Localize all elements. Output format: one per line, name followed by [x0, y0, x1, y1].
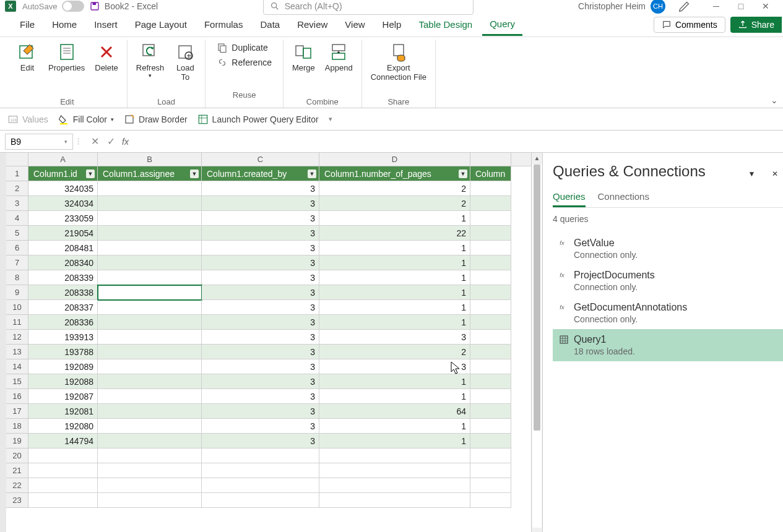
table-col-header[interactable]: Column [470, 166, 511, 181]
table-header-row[interactable]: 1Column1.id▼Column1.assignee▼Column1.cre… [6, 166, 531, 181]
tab-formulas[interactable]: Formulas [197, 14, 251, 35]
row-header[interactable]: 23 [6, 493, 28, 508]
vertical-scrollbar[interactable]: ▲ ▼ [531, 153, 542, 532]
cell[interactable]: 3 [202, 434, 319, 448]
cell[interactable] [28, 448, 98, 463]
row-header[interactable]: 22 [6, 478, 28, 493]
filter-icon[interactable]: ▼ [190, 169, 199, 178]
table-row[interactable]: 620848131 [6, 241, 531, 255]
cell[interactable] [98, 330, 202, 345]
cell[interactable]: 3 [202, 255, 319, 270]
spreadsheet-grid[interactable]: A B C D 1Column1.id▼Column1.assignee▼Col… [6, 153, 531, 532]
tab-pagelayout[interactable]: Page Layout [128, 14, 194, 35]
row-header[interactable]: 14 [6, 359, 28, 374]
cell[interactable]: 208340 [28, 255, 98, 270]
refresh-button[interactable]: Refresh ▾ [132, 40, 168, 81]
cell[interactable]: 208337 [28, 300, 98, 315]
cell[interactable]: 192089 [28, 359, 98, 374]
cell[interactable] [470, 463, 511, 478]
cell[interactable]: 1 [319, 211, 470, 226]
cell[interactable] [470, 196, 511, 211]
table-row[interactable]: 21 [6, 463, 531, 478]
cell[interactable]: 2 [319, 196, 470, 211]
cell[interactable]: 3 [202, 389, 319, 404]
cell[interactable] [202, 448, 319, 463]
row-header[interactable]: 19 [6, 434, 28, 448]
cell[interactable]: 1 [319, 255, 470, 270]
tab-insert[interactable]: Insert [87, 14, 125, 35]
cell[interactable] [98, 359, 202, 374]
cell[interactable]: 3 [319, 330, 470, 345]
query-item-getvalue[interactable]: fxGetValue Connection only. [553, 233, 783, 265]
table-col-header[interactable]: Column1.id▼ [28, 166, 98, 181]
fillcolor-button[interactable]: Fill Color ▾ [58, 114, 114, 125]
row-header[interactable]: 3 [6, 196, 28, 211]
cell[interactable] [28, 478, 98, 493]
cell[interactable] [470, 419, 511, 434]
duplicate-button[interactable]: Duplicate [213, 41, 275, 54]
cell[interactable] [470, 448, 511, 463]
properties-button[interactable]: Properties [45, 40, 89, 75]
table-row[interactable]: 22 [6, 478, 531, 493]
cell[interactable]: 193788 [28, 345, 98, 359]
cell[interactable] [470, 345, 511, 359]
cell[interactable]: 3 [202, 211, 319, 226]
cell[interactable] [98, 196, 202, 211]
row-header[interactable]: 4 [6, 211, 28, 226]
row-header[interactable]: 16 [6, 389, 28, 404]
table-row[interactable]: 1419208933 [6, 359, 531, 374]
cell[interactable] [98, 463, 202, 478]
table-row[interactable]: 820833931 [6, 270, 531, 285]
panel-tab-connections[interactable]: Connections [598, 187, 649, 207]
cell[interactable] [98, 448, 202, 463]
comments-button[interactable]: Comments [654, 17, 725, 33]
tab-data[interactable]: Data [253, 14, 287, 35]
cell[interactable]: 193913 [28, 330, 98, 345]
cell[interactable] [28, 493, 98, 508]
scroll-down-icon[interactable]: ▼ [532, 528, 542, 532]
minimize-button[interactable]: ─ [704, 1, 729, 11]
cell[interactable]: 3 [202, 285, 319, 300]
row-header[interactable]: 1 [6, 166, 28, 181]
col-header-E[interactable] [470, 153, 511, 166]
cell[interactable] [202, 478, 319, 493]
cell[interactable]: 1 [319, 419, 470, 434]
table-row[interactable]: 332403432 [6, 196, 531, 211]
table-row[interactable]: 23 [6, 493, 531, 508]
values-button[interactable]: 123 Values [7, 114, 48, 125]
cell[interactable] [28, 463, 98, 478]
search-bar[interactable]: Search (Alt+Q) [263, 0, 474, 15]
cell[interactable] [98, 300, 202, 315]
row-header[interactable]: 12 [6, 330, 28, 345]
cell[interactable]: 3 [202, 315, 319, 330]
cell[interactable]: 3 [202, 226, 319, 241]
cell[interactable] [470, 270, 511, 285]
cell[interactable] [470, 374, 511, 389]
table-row[interactable]: 1519208831 [6, 374, 531, 389]
scroll-thumb[interactable] [532, 165, 542, 528]
cell[interactable] [470, 478, 511, 493]
table-row[interactable]: 5219054322 [6, 226, 531, 241]
cell[interactable]: 3 [202, 359, 319, 374]
row-header[interactable]: 5 [6, 226, 28, 241]
cell[interactable] [98, 211, 202, 226]
table-row[interactable]: 1219391333 [6, 330, 531, 345]
filter-icon[interactable]: ▼ [308, 169, 316, 178]
query-item-query1[interactable]: Query1 18 rows loaded. [553, 329, 783, 361]
cell[interactable] [98, 404, 202, 419]
row-header[interactable]: 21 [6, 463, 28, 478]
cell[interactable]: 2 [319, 181, 470, 196]
cell[interactable]: 192081 [28, 404, 98, 419]
cell[interactable]: 144794 [28, 434, 98, 448]
cell[interactable] [470, 330, 511, 345]
append-button[interactable]: Append [321, 40, 357, 75]
row-header[interactable]: 17 [6, 404, 28, 419]
cell[interactable]: 3 [202, 241, 319, 255]
cell[interactable]: 324034 [28, 196, 98, 211]
cell[interactable] [470, 359, 511, 374]
table-row[interactable]: 1319378832 [6, 345, 531, 359]
row-header[interactable]: 20 [6, 448, 28, 463]
row-header[interactable]: 9 [6, 285, 28, 300]
table-row[interactable]: 920833831 [6, 285, 531, 300]
cell[interactable]: 1 [319, 434, 470, 448]
